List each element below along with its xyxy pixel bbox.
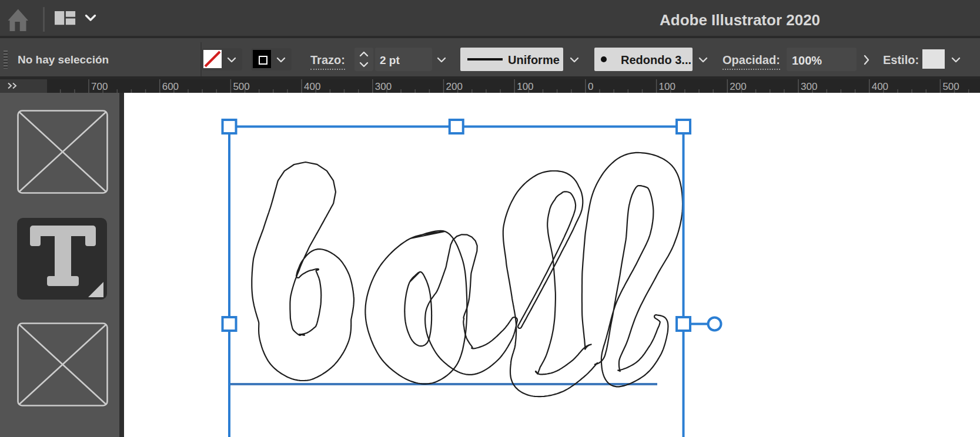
svg-text:400: 400 xyxy=(872,81,888,92)
svg-text:200: 200 xyxy=(446,81,463,92)
svg-text:300: 300 xyxy=(801,81,817,92)
svg-text:700: 700 xyxy=(91,81,108,92)
svg-text:500: 500 xyxy=(233,81,249,92)
svg-text:400: 400 xyxy=(304,81,320,92)
svg-text:100: 100 xyxy=(517,81,533,92)
svg-text:600: 600 xyxy=(162,81,179,92)
svg-text:200: 200 xyxy=(730,81,746,92)
svg-text:500: 500 xyxy=(942,81,959,92)
svg-text:300: 300 xyxy=(375,81,392,92)
svg-text:100: 100 xyxy=(659,81,675,92)
svg-text:0: 0 xyxy=(588,81,593,92)
